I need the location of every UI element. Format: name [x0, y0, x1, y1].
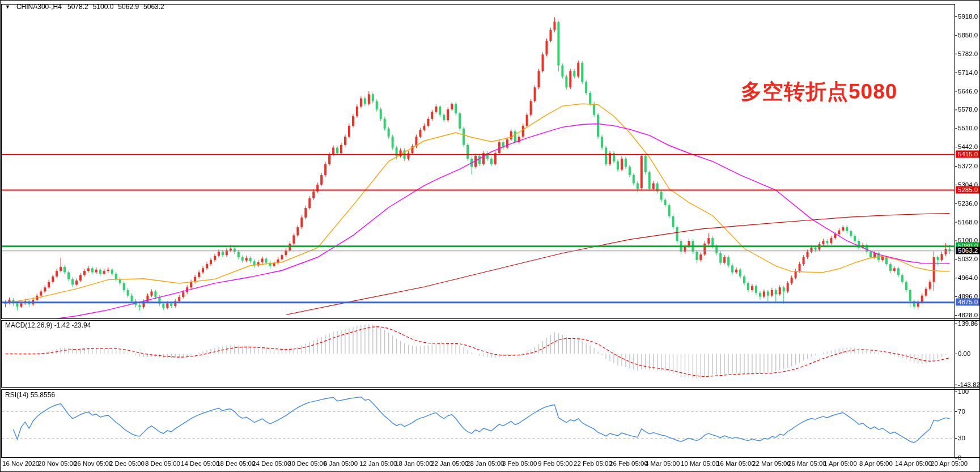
price-axis-label: 5578.0 — [958, 106, 978, 113]
price-axis-label: 5510.0 — [958, 125, 978, 131]
chart-title-bar: ▼ CHINA300-,H4 5078.2 5100.0 5062.9 5063… — [5, 3, 164, 11]
macd-indicator-label: MACD(12,26,9) -1.42 -23.94 — [5, 321, 91, 329]
rsi-axis-label: 70 — [958, 408, 965, 415]
time-axis-label: 30 Dec 05:00 — [288, 460, 326, 467]
time-axis-label: 26 Mar 05:00 — [788, 460, 826, 467]
time-axis-label: 18 Dec 05:00 — [217, 460, 255, 467]
time-axis-label: 18 Jan 05:00 — [395, 460, 433, 467]
symbol-period-label: CHINA300-,H4 — [16, 3, 62, 11]
time-axis-label: 1 Apr 05:00 — [824, 460, 857, 467]
time-axis-label: 9 Feb 05:00 — [538, 460, 572, 467]
time-axis-label: 8 Apr 05:00 — [859, 460, 893, 467]
trading-chart-window: ▼ CHINA300-,H4 5078.2 5100.0 5062.9 5063… — [0, 0, 980, 472]
chart-canvas[interactable] — [1, 1, 980, 472]
price-tag-current-price: 5063.2 — [956, 247, 980, 254]
rsi-axis-label: 100 — [958, 388, 969, 395]
collapse-triangle-icon[interactable]: ▼ — [5, 4, 10, 10]
price-axis-label: 5168.0 — [958, 219, 978, 226]
price-axis-label: 5714.0 — [958, 69, 978, 76]
time-axis-label: 2 Dec 05:00 — [109, 460, 145, 467]
time-axis-label: 14 Apr 05:00 — [895, 460, 932, 467]
pivot-annotation-text: 多空转折点5080 — [741, 78, 897, 106]
price-axis-label: 5850.0 — [958, 32, 978, 39]
price-axis-label: 5782.0 — [958, 50, 978, 57]
time-axis-label: 4 Mar 05:00 — [645, 460, 680, 467]
price-axis-label: 4828.0 — [958, 312, 978, 318]
macd-axis-label: -143.82 — [958, 381, 980, 388]
macd-axis-label: 139.86 — [958, 320, 978, 327]
time-axis-label: 3 Feb 05:00 — [502, 460, 537, 467]
time-axis-label: 26 Feb 05:00 — [609, 460, 648, 467]
price-tag-resistance: 5415.0 — [956, 151, 980, 158]
time-axis-label: 20 Apr 05:00 — [931, 460, 968, 467]
rsi-axis-label: 30 — [958, 435, 965, 441]
price-axis-label: 5372.0 — [958, 163, 978, 169]
time-axis-label: 22 Jan 05:00 — [431, 460, 469, 467]
time-axis-label: 20 Nov 05:00 — [38, 460, 77, 467]
price-tag-resistance: 5285.0 — [956, 186, 980, 194]
rsi-indicator-label: RSI(14) 55.8556 — [5, 391, 55, 399]
price-axis-label: 5918.0 — [958, 13, 978, 20]
time-axis-label: 22 Feb 05:00 — [574, 460, 612, 467]
time-axis-label: 10 Mar 05:00 — [681, 460, 719, 467]
price-axis-label: 5032.0 — [958, 256, 978, 262]
price-axis-label: 4964.0 — [958, 274, 978, 281]
time-axis-label: 6 Jan 05:00 — [324, 460, 358, 467]
price-tag-support: 4875.0 — [956, 299, 980, 306]
open-value: 5078.2 — [67, 3, 88, 11]
time-axis-label: 26 Nov 05:00 — [74, 460, 112, 467]
time-axis-label: 16 Mar 05:00 — [716, 460, 755, 467]
time-axis-label: 16 Nov 2020 — [2, 460, 39, 467]
price-axis-label: 5442.0 — [958, 143, 978, 150]
time-axis-label: 8 Dec 05:00 — [145, 460, 180, 467]
low-value: 5062.9 — [118, 3, 139, 11]
price-axis-label: 5646.0 — [958, 88, 978, 95]
time-axis-label: 14 Dec 05:00 — [181, 460, 219, 467]
time-axis-label: 22 Mar 05:00 — [752, 460, 791, 467]
high-value: 5100.0 — [93, 3, 114, 11]
time-axis-label: 28 Jan 05:00 — [466, 460, 504, 467]
time-axis-label: 24 Dec 05:00 — [252, 460, 291, 467]
macd-axis-label: 0.00 — [958, 350, 970, 357]
price-axis-label: 5236.0 — [958, 200, 978, 207]
time-axis-label: 12 Jan 05:00 — [359, 460, 397, 467]
close-value: 5063.2 — [143, 3, 164, 11]
